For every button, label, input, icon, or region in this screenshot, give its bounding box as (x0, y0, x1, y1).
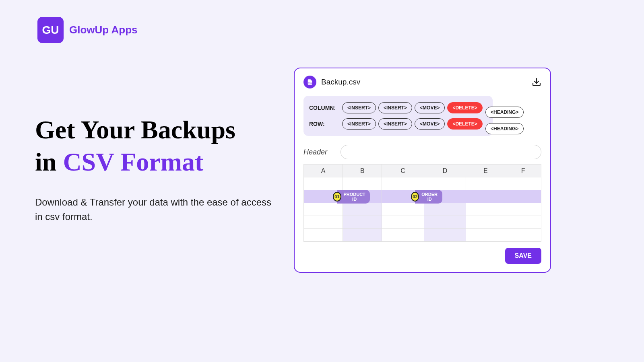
controls-box: COLUMN: <INSERT> <INSERT> <MOVE> <DELETE… (303, 96, 493, 136)
tag-badge-2: 02 (411, 192, 419, 202)
row-label: ROW: (309, 121, 340, 127)
hero-subtitle: Download & Transfer your data with the e… (35, 195, 277, 224)
download-icon[interactable] (532, 77, 541, 87)
file-info: CSV Backup.csv (303, 76, 360, 88)
tag-label-1: PRODUCT ID (337, 190, 370, 204)
brand-logo: GU GlowUp Apps (37, 17, 137, 43)
header-field-label: Header (303, 148, 332, 156)
header-field-row: Header (303, 145, 541, 159)
brand-name: GlowUp Apps (69, 24, 137, 36)
row-heading-button[interactable]: <HEADING> (485, 123, 524, 134)
tag-order-id[interactable]: 02 ORDER ID (411, 190, 442, 204)
column-delete-button[interactable]: <DELETE> (447, 102, 482, 113)
col-C[interactable]: C (382, 165, 424, 177)
column-label: COLUMN: (309, 105, 340, 111)
logo-initials: GU (42, 24, 59, 37)
hero-title: Get Your Backups in CSV Format (35, 114, 277, 178)
column-move-button[interactable]: <MOVE> (415, 102, 445, 113)
column-insert-button-1[interactable]: <INSERT> (342, 102, 376, 113)
col-B[interactable]: B (343, 165, 382, 177)
grid-row[interactable] (304, 216, 541, 229)
save-button[interactable]: SAVE (505, 248, 541, 264)
hero-section: Get Your Backups in CSV Format Download … (35, 114, 277, 224)
grid-row[interactable] (304, 229, 541, 242)
header-input[interactable] (341, 145, 541, 159)
csv-editor-panel: CSV Backup.csv COLUMN: <INSERT> <INSERT>… (294, 68, 551, 273)
row-insert-button-1[interactable]: <INSERT> (342, 118, 376, 130)
col-D[interactable]: D (424, 165, 466, 177)
csv-grid[interactable]: A B C D E F 01 PRODUCT ID (303, 164, 541, 242)
logo-icon: GU (37, 17, 64, 43)
row-move-button[interactable]: <MOVE> (415, 118, 445, 130)
hero-title-line1: Get Your Backups (35, 115, 235, 144)
tag-badge-1: 01 (333, 192, 341, 202)
grid-row[interactable] (304, 177, 541, 190)
svg-text:CSV: CSV (308, 82, 312, 84)
row-delete-button[interactable]: <DELETE> (447, 118, 482, 130)
column-controls: COLUMN: <INSERT> <INSERT> <MOVE> <DELETE… (309, 102, 487, 113)
col-E[interactable]: E (466, 165, 505, 177)
tag-product-id[interactable]: 01 PRODUCT ID (333, 190, 370, 204)
row-controls: ROW: <INSERT> <INSERT> <MOVE> <DELETE> (309, 118, 487, 130)
row-insert-button-2[interactable]: <INSERT> (378, 118, 412, 130)
grid-row[interactable] (304, 203, 541, 216)
col-A[interactable]: A (304, 165, 343, 177)
tag-label-2: ORDER ID (415, 190, 442, 204)
col-F[interactable]: F (505, 165, 541, 177)
panel-header: CSV Backup.csv (303, 76, 541, 88)
grid-header-row: A B C D E F (304, 165, 541, 177)
csv-file-icon: CSV (303, 76, 316, 88)
filename-label: Backup.csv (321, 78, 360, 86)
hero-title-prefix: in (35, 148, 63, 176)
column-insert-button-2[interactable]: <INSERT> (378, 102, 412, 113)
grid-row-highlighted[interactable]: 01 PRODUCT ID 02 ORDER ID (304, 190, 541, 203)
hero-title-highlight: CSV Format (63, 148, 203, 176)
column-heading-button[interactable]: <HEADING> (485, 107, 524, 118)
